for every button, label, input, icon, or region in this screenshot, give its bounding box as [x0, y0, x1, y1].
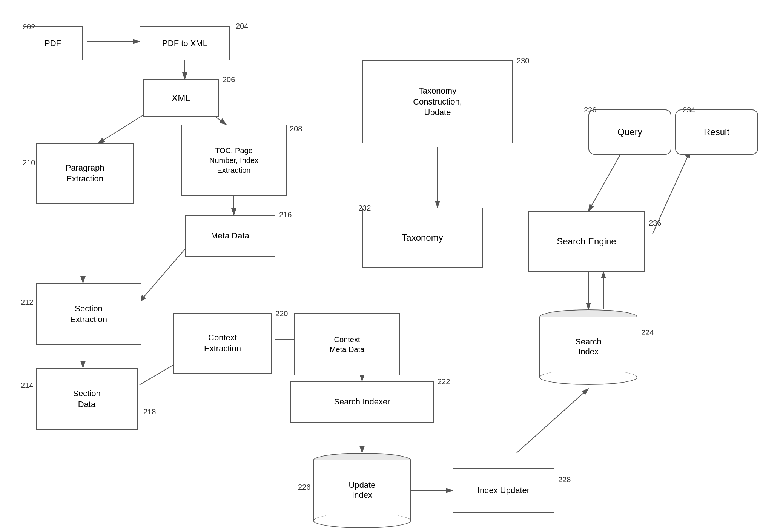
index-updater-box: Index Updater: [453, 468, 554, 513]
search-indexer-box: Search Indexer: [290, 381, 434, 423]
label-228: 228: [558, 475, 571, 484]
pdf-to-xml-label: PDF to XML: [162, 38, 207, 49]
label-220: 220: [275, 309, 288, 318]
section-data-box: SectionData: [36, 368, 138, 430]
svg-line-20: [588, 151, 622, 211]
taxonomy-box: Taxonomy: [362, 208, 483, 268]
label-218: 218: [143, 407, 156, 416]
label-206: 206: [223, 75, 235, 84]
section-data-label: SectionData: [73, 388, 100, 410]
context-meta-data-label: ContextMeta Data: [330, 335, 364, 354]
section-extraction-box: SectionExtraction: [36, 283, 141, 345]
label-226-bottom: 226: [298, 483, 310, 492]
search-index-label: SearchIndex: [575, 337, 602, 357]
xml-box: XML: [143, 79, 219, 117]
label-226-query: 226: [584, 106, 596, 114]
search-engine-box: Search Engine: [528, 211, 645, 272]
search-indexer-label: Search Indexer: [334, 397, 390, 407]
section-extraction-label: SectionExtraction: [70, 303, 107, 325]
label-232: 232: [358, 204, 371, 212]
query-box: Query: [588, 109, 671, 155]
label-224: 224: [641, 328, 654, 337]
xml-label: XML: [172, 92, 190, 104]
toc-box: TOC, PageNumber, IndexExtraction: [181, 125, 287, 196]
context-extraction-box: ContextExtraction: [173, 313, 272, 374]
label-216: 216: [279, 211, 292, 219]
diagram: PDF 202 PDF to XML 204 XML 206 Paragraph…: [0, 0, 760, 532]
label-230: 230: [517, 57, 529, 65]
taxonomy-construction-box: TaxonomyConstruction,Update: [362, 60, 513, 143]
paragraph-extraction-label: ParagraphExtraction: [66, 163, 104, 184]
query-label: Query: [617, 126, 642, 138]
result-box: Result: [675, 109, 758, 155]
pdf-label: PDF: [45, 38, 61, 49]
svg-line-15: [517, 389, 588, 453]
label-208: 208: [290, 125, 302, 133]
label-210: 210: [23, 158, 35, 167]
label-212: 212: [21, 298, 33, 307]
update-index-label: UpdateIndex: [349, 480, 376, 500]
label-234: 234: [683, 106, 695, 114]
pdf-to-xml-box: PDF to XML: [140, 26, 230, 60]
search-engine-label: Search Engine: [557, 235, 616, 247]
paragraph-extraction-box: ParagraphExtraction: [36, 143, 134, 204]
index-updater-label: Index Updater: [477, 485, 530, 496]
result-label: Result: [704, 126, 729, 138]
meta-data-label: Meta Data: [211, 231, 249, 241]
label-202: 202: [23, 23, 35, 31]
context-meta-data-box: ContextMeta Data: [294, 313, 400, 375]
label-236: 236: [649, 219, 661, 228]
taxonomy-label: Taxonomy: [402, 232, 443, 243]
pdf-box: PDF: [23, 26, 83, 60]
label-204: 204: [236, 22, 248, 31]
label-214: 214: [21, 381, 33, 390]
toc-label: TOC, PageNumber, IndexExtraction: [209, 146, 258, 175]
meta-data-box: Meta Data: [185, 215, 275, 257]
context-extraction-label: ContextExtraction: [204, 332, 241, 354]
label-222: 222: [438, 377, 450, 386]
taxonomy-construction-label: TaxonomyConstruction,Update: [413, 86, 462, 118]
